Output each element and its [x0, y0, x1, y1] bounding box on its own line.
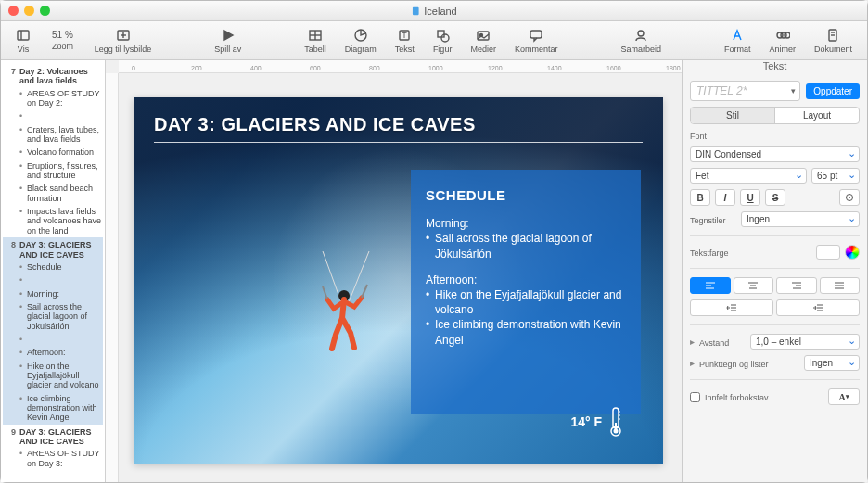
stil-layout-tabs: Stil Layout — [690, 107, 860, 124]
document-icon — [411, 6, 420, 16]
document-button[interactable]: Dokument — [805, 26, 862, 56]
indent-button[interactable] — [776, 299, 860, 316]
strike-button[interactable]: S — [765, 189, 785, 206]
paragraph-style-select[interactable]: TITTEL 2* — [690, 81, 800, 101]
font-weight-select[interactable]: Fet — [690, 168, 807, 184]
text-color-swatch[interactable] — [816, 245, 840, 260]
document-label: Dokument — [814, 44, 852, 54]
tab-layout[interactable]: Layout — [775, 108, 859, 123]
outline-item[interactable]: •Volcano formation — [3, 146, 103, 159]
shape-icon — [435, 28, 450, 43]
bullets-label: Punkttegn og lister — [699, 360, 799, 369]
font-size-stepper[interactable]: 65 pt — [811, 168, 860, 184]
outline-slide-8[interactable]: 8 DAY 3: GLACIERS AND ICE CAVES — [3, 237, 103, 261]
outline-item[interactable]: • — [3, 273, 103, 286]
minimize-icon[interactable] — [24, 6, 34, 16]
animate-icon — [775, 28, 790, 43]
align-left-button[interactable] — [690, 277, 731, 294]
zoom-button[interactable]: 51 % Zoom — [40, 28, 85, 53]
indent-group — [690, 299, 860, 316]
slide-title: DAY 3: GLACIERS AND ICE CAVES — [19, 427, 101, 447]
bullets-select[interactable]: Ingen — [804, 355, 860, 371]
slide-canvas[interactable]: DAY 3: GLACIERS AND ICE CAVES SCHEDULE M… — [134, 97, 663, 464]
svg-rect-0 — [413, 6, 419, 14]
text-align-group — [690, 277, 860, 294]
close-icon[interactable] — [8, 6, 19, 16]
outline-slide-9[interactable]: 9 DAY 3: GLACIERS AND ICE CAVES — [3, 425, 103, 448]
outline-item[interactable]: •Schedule — [3, 261, 103, 273]
outline-panel[interactable]: 7 Day 2: Volcanoes and lava fields •AREA… — [1, 60, 106, 482]
align-justify-button[interactable] — [820, 277, 861, 294]
canvas-area[interactable]: 0 200 400 600 800 1000 1200 1400 1600 18… — [106, 60, 682, 482]
advanced-options-button[interactable] — [839, 189, 860, 206]
outline-item[interactable]: •Impacts lava fields and volcanoes have … — [3, 205, 103, 237]
spacing-select[interactable]: 1,0 – enkel — [750, 334, 860, 350]
color-picker-button[interactable] — [845, 245, 860, 260]
update-style-button[interactable]: Oppdater — [806, 83, 860, 99]
outline-item[interactable]: •Hike on the Eyjafjallajökull glacier an… — [3, 360, 103, 392]
svg-line-28 — [323, 286, 327, 299]
outline-slide-7[interactable]: 7 Day 2: Volcanoes and lava fields — [3, 64, 103, 87]
outline-item[interactable]: •AREAS OF STUDY on Day 3: — [3, 447, 103, 470]
app-window: Iceland Vis 51 % Zoom Legg til lysbilde … — [0, 0, 868, 483]
table-label: Tabell — [304, 44, 326, 54]
slide-number: 9 — [5, 427, 16, 447]
svg-rect-1 — [18, 31, 29, 40]
climber-figure — [313, 251, 378, 372]
afternoon-label: Afternoon: — [426, 273, 626, 287]
dropcap-style-select[interactable]: A▾ — [828, 388, 860, 405]
add-slide-button[interactable]: Legg til lysbilde — [85, 26, 161, 56]
collaborate-button[interactable]: Samarbeid — [611, 26, 670, 56]
outline-item[interactable]: • — [3, 109, 103, 122]
text-icon: T — [397, 28, 412, 43]
shape-button[interactable]: Figur — [424, 26, 462, 56]
play-label: Spill av — [214, 44, 241, 54]
text-button[interactable]: T Tekst — [386, 26, 424, 56]
char-styles-select[interactable]: Ingen — [741, 211, 860, 227]
outline-item[interactable]: •Ice climbing demonstration with Kevin A… — [3, 392, 103, 425]
outline-item[interactable]: •Sail across the glacial lagoon of Jökul… — [3, 300, 103, 333]
outdent-button[interactable] — [690, 299, 773, 316]
outline-item[interactable]: •Afternoon: — [3, 346, 103, 359]
slide-title-text[interactable]: DAY 3: GLACIERS AND ICE CAVES — [154, 114, 476, 135]
font-family-select[interactable]: DIN Condensed — [690, 146, 860, 162]
format-button[interactable]: Format — [715, 26, 760, 56]
outline-item[interactable]: •AREAS OF STUDY on Day 2: — [3, 87, 103, 110]
align-right-button[interactable] — [776, 277, 817, 294]
view-button[interactable]: Vis — [6, 26, 40, 56]
animate-button[interactable]: Animer — [760, 26, 805, 56]
svg-line-29 — [362, 285, 367, 298]
outline-item[interactable]: •Morning: — [3, 287, 103, 300]
align-right-icon — [791, 281, 802, 290]
bold-button[interactable]: B — [690, 189, 710, 206]
underline-button[interactable]: U — [740, 189, 760, 206]
dropcap-checkbox[interactable] — [690, 392, 700, 402]
comment-button[interactable]: Kommentar — [505, 26, 568, 56]
outline-item[interactable]: •Black sand beach formation — [3, 182, 103, 205]
zoom-label: Zoom — [52, 42, 73, 51]
view-icon — [16, 28, 31, 43]
slide-title: Day 2: Volcanoes and lava fields — [19, 67, 101, 86]
spacing-label: Avstand — [699, 338, 746, 348]
play-button[interactable]: Spill av — [205, 26, 250, 56]
play-icon — [221, 28, 236, 43]
tab-stil[interactable]: Stil — [691, 108, 775, 123]
media-button[interactable]: Medier — [461, 26, 505, 56]
svg-point-21 — [785, 32, 790, 38]
align-center-button[interactable] — [734, 277, 774, 294]
table-icon — [308, 28, 323, 43]
media-label: Medier — [470, 44, 496, 54]
main-area: 7 Day 2: Volcanoes and lava fields •AREA… — [1, 60, 867, 482]
schedule-box[interactable]: SCHEDULE Morning: Sail across the glacia… — [411, 170, 641, 414]
dropcap-label: Innfelt forbokstav — [705, 393, 769, 402]
chart-button[interactable]: Diagram — [336, 26, 386, 56]
add-slide-label: Legg til lysbilde — [95, 44, 152, 54]
maximize-icon[interactable] — [40, 6, 50, 16]
outline-item[interactable]: • — [3, 333, 103, 346]
svg-line-26 — [349, 251, 369, 302]
table-button[interactable]: Tabell — [295, 26, 336, 56]
outline-item[interactable]: •Craters, lava tubes, and lava fields — [3, 123, 103, 146]
outline-item[interactable]: •Eruptions, fissures, and structure — [3, 159, 103, 183]
comment-icon — [529, 28, 543, 43]
italic-button[interactable]: I — [715, 189, 735, 206]
